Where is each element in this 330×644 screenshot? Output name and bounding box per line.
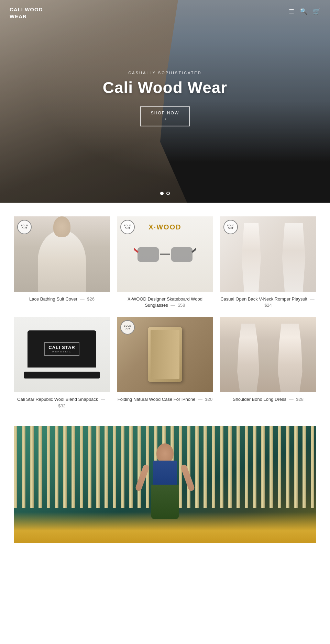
svg-rect-2 <box>171 247 192 262</box>
hat-label-box: CALI STAR REPUBLIC <box>44 342 79 356</box>
product-card-lace-bathing-suit[interactable]: SOLD OUT Lace Bathing Suit Cover — $26 <box>14 216 110 308</box>
products-grid: SOLD OUT Lace Bathing Suit Cover — $26 S… <box>14 216 316 409</box>
product-image-xwood-sunglasses: SOLD OUT X·WOOD <box>117 216 213 292</box>
phone-case-shape <box>148 327 182 382</box>
svg-line-3 <box>134 249 138 252</box>
hero-dot-1[interactable] <box>160 192 164 195</box>
sunglasses-svg <box>134 242 196 266</box>
figure-right <box>275 324 305 392</box>
product-image-lace-bathing-suit: SOLD OUT <box>14 216 110 292</box>
product-card-wood-case[interactable]: SOLD OUT Folding Natural Wood Case For i… <box>117 317 213 409</box>
xwood-logo: X·WOOD <box>148 223 181 231</box>
product-title-snapback: Cali Star Republic Wool Blend Snapback —… <box>14 396 110 409</box>
sold-out-badge-2: SOLD OUT <box>120 220 135 234</box>
svg-line-4 <box>192 249 196 252</box>
svg-rect-1 <box>138 247 159 262</box>
cart-icon[interactable]: 🛒 <box>313 8 320 15</box>
product-image-casual-romper: SOLD OUT <box>220 216 316 292</box>
banner-figure <box>138 443 192 543</box>
product-image-boho-dress <box>220 317 316 392</box>
site-logo[interactable]: CALI WOOD WEAR <box>10 6 43 20</box>
menu-icon[interactable]: ☰ <box>289 8 294 15</box>
product-title-wood-case: Folding Natural Wood Case For iPhone — $… <box>117 396 213 403</box>
search-icon[interactable]: 🔍 <box>300 8 307 15</box>
product-card-xwood-sunglasses[interactable]: SOLD OUT X·WOOD <box>117 216 213 308</box>
product-card-boho-dress[interactable]: Shoulder Boho Long Dress — $28 <box>220 317 316 409</box>
sold-out-badge-3: SOLD OUT <box>223 220 238 234</box>
sold-out-badge-1: SOLD OUT <box>17 220 32 234</box>
product-card-casual-romper[interactable]: SOLD OUT Casual Open Back V-Neck Romper … <box>220 216 316 308</box>
hero-title: Cali Wood Wear <box>0 78 330 97</box>
product-image-wood-case: SOLD OUT <box>117 317 213 392</box>
product-image-snapback: CALI STAR REPUBLIC <box>14 317 110 392</box>
shop-now-button[interactable]: SHOP NOW → <box>140 106 190 126</box>
figure-left <box>234 324 262 392</box>
hero-subtitle: CASUALLY SOPHISTICATED <box>0 71 330 75</box>
hat-brim <box>24 372 100 379</box>
site-header: CALI WOOD WEAR ☰ 🔍 🛒 <box>0 0 330 26</box>
products-section: SOLD OUT Lace Bathing Suit Cover — $26 S… <box>0 203 330 416</box>
hero-background: CALI WOOD WEAR ☰ 🔍 🛒 CASUALLY SOPHISTICA… <box>0 0 330 203</box>
product-title-xwood-sunglasses: X-WOOD Designer Skateboard Wood Sunglass… <box>117 296 213 308</box>
hat-crown: CALI STAR REPUBLIC <box>28 330 96 368</box>
hero-section: CALI WOOD WEAR ☰ 🔍 🛒 CASUALLY SOPHISTICA… <box>0 0 330 203</box>
product-card-snapback[interactable]: CALI STAR REPUBLIC Cali Star Republic Wo… <box>14 317 110 409</box>
hero-dot-2[interactable] <box>166 192 170 195</box>
header-icons-group: ☰ 🔍 🛒 <box>289 6 320 15</box>
product-title-lace-bathing-suit: Lace Bathing Suit Cover — $26 <box>14 296 110 302</box>
hero-content: CASUALLY SOPHISTICATED Cali Wood Wear SH… <box>0 71 330 126</box>
hero-dots <box>160 192 170 195</box>
lifestyle-banner[interactable] <box>14 426 316 543</box>
product-title-casual-romper: Casual Open Back V-Neck Romper Playsuit … <box>220 296 316 308</box>
cta-arrow: → <box>151 116 179 122</box>
product-title-boho-dress: Shoulder Boho Long Dress — $28 <box>220 396 316 403</box>
